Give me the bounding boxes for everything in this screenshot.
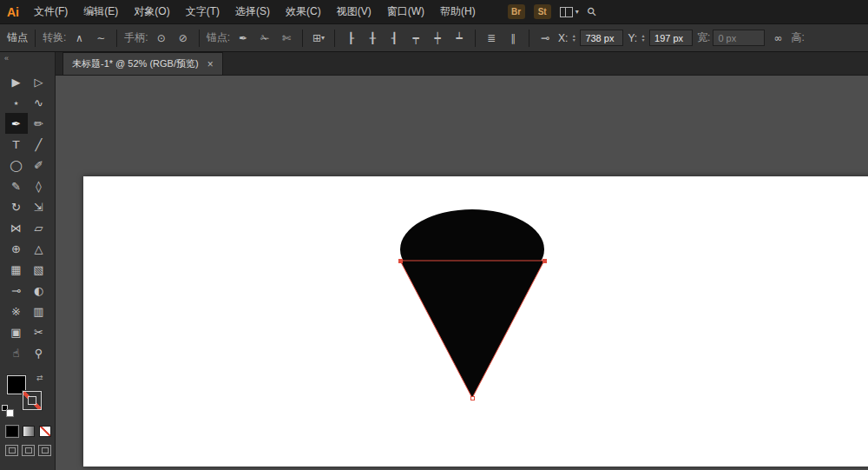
y-stepper[interactable]: ▴ ▾ (640, 34, 647, 43)
remove-anchor-icon[interactable]: ✒ (234, 30, 252, 47)
main-menu: 文件(F)编辑(E)对象(O)文字(T)选择(S)效果(C)视图(V)窗口(W)… (26, 0, 483, 23)
menu-item-view[interactable]: 视图(V) (329, 5, 379, 17)
menu-item-file[interactable]: 文件(F) (26, 5, 76, 17)
symbol-sprayer-tool[interactable]: ※ (5, 301, 28, 321)
shaper-tool[interactable]: ◊ (28, 175, 50, 196)
distribute-horizontal-icon[interactable]: ∥ (504, 30, 522, 47)
isolate-glyph: ⊞ (312, 32, 321, 44)
canvas[interactable] (56, 76, 868, 470)
x-label: X: (558, 32, 568, 44)
stock-icon[interactable]: St (534, 4, 551, 19)
blend-tool[interactable]: ◐ (28, 280, 50, 301)
y-label: Y: (628, 32, 637, 44)
none-button[interactable] (39, 426, 51, 437)
free-transform-tool[interactable]: ▱ (28, 217, 50, 238)
selection-tool[interactable]: ▶ (5, 71, 28, 92)
workspace-switcher[interactable]: ▾ (560, 7, 579, 17)
menu-item-type[interactable]: 文字(T) (178, 5, 227, 17)
menu-item-window[interactable]: 窗口(W) (379, 5, 432, 17)
link-dimensions-icon[interactable]: ∞ (769, 30, 786, 47)
pencil-tool[interactable]: ✎ (5, 175, 28, 196)
eyedropper-tool[interactable]: ⊸ (5, 280, 28, 301)
align-left-icon[interactable]: ┠ (342, 30, 359, 47)
align-to-selection-icon[interactable]: ⊸ (536, 30, 554, 47)
menu-item-object[interactable]: 对象(O) (126, 5, 177, 17)
handles-label: 手柄: (124, 30, 148, 45)
control-bar: 锚点 转换: ∧ ∼ 手柄: ⊙ ⊘ 锚点: ✒ ✁ ✄ ⊞▾ ┠ ╂ ┨ ┯ … (0, 23, 868, 52)
line-segment-tool[interactable]: ╱ (28, 134, 50, 155)
align-top-icon[interactable]: ┯ (407, 30, 424, 47)
zoom-tool[interactable]: ⚲ (28, 342, 50, 363)
shape-builder-tool[interactable]: ⊕ (5, 238, 28, 259)
x-stepper[interactable]: ▴ ▾ (570, 34, 577, 43)
document-tab[interactable]: 未标题-1* @ 52% (RGB/预览) × (62, 52, 223, 75)
separator (302, 30, 303, 47)
pen-tool[interactable]: ✒ (5, 113, 28, 134)
direct-selection-tool[interactable]: ▷ (28, 71, 50, 92)
tools-grid: ▶▷⋆∿✒✏T╱◯✐✎◊↻⇲⋈▱⊕△▦▧⊸◐※▥▣✂☝⚲ (0, 71, 55, 363)
separator (116, 30, 117, 47)
rotate-tool[interactable]: ↻ (5, 196, 28, 217)
menu-item-select[interactable]: 选择(S) (227, 5, 278, 17)
menu-item-edit[interactable]: 编辑(E) (76, 5, 126, 17)
show-handles-icon[interactable]: ⊙ (153, 30, 170, 47)
ellipse-tool[interactable]: ◯ (5, 155, 28, 175)
convert-corner-icon[interactable]: ∧ (70, 30, 88, 47)
search-icon[interactable]: ⚲ (584, 4, 599, 19)
anchor-point[interactable] (542, 259, 547, 263)
width-label: 宽: (697, 30, 710, 45)
separator (529, 30, 529, 47)
column-graph-tool[interactable]: ▥ (28, 301, 50, 321)
add-anchor-icon[interactable]: ✁ (256, 30, 273, 47)
separator (334, 30, 335, 47)
bridge-icon[interactable]: Br (508, 4, 525, 19)
type-tool[interactable]: T (5, 134, 28, 155)
x-input[interactable]: 738 px (580, 30, 623, 46)
width-tool[interactable]: ⋈ (5, 217, 28, 238)
scale-tool[interactable]: ⇲ (28, 196, 50, 217)
shape-triangle[interactable] (400, 261, 544, 398)
draw-normal-button[interactable] (5, 445, 18, 456)
hide-handles-icon[interactable]: ⊘ (174, 30, 192, 47)
fill-stroke-swatches: ⇄ (0, 374, 55, 417)
align-vcenter-icon[interactable]: ┿ (429, 30, 446, 47)
anchor-point[interactable] (470, 396, 475, 400)
align-bottom-icon[interactable]: ┷ (450, 30, 468, 47)
drawn-shape[interactable] (83, 176, 868, 467)
anchor-point[interactable] (398, 259, 403, 263)
close-icon[interactable]: × (207, 58, 214, 70)
y-input[interactable]: 197 px (649, 30, 693, 46)
perspective-grid-tool[interactable]: △ (28, 238, 50, 259)
hand-tool[interactable]: ☝ (5, 342, 28, 363)
default-fill-stroke-icon[interactable] (2, 405, 8, 411)
artboard[interactable] (83, 176, 868, 467)
align-hcenter-icon[interactable]: ╂ (364, 30, 381, 47)
menu-item-effect[interactable]: 效果(C) (278, 5, 329, 17)
collapse-panel-icon[interactable]: « (0, 52, 55, 66)
chevron-down-icon: ▾ (321, 34, 325, 42)
gradient-button[interactable] (23, 426, 35, 437)
curvature-tool[interactable]: ✏ (28, 113, 50, 134)
slice-tool[interactable]: ✂ (28, 321, 50, 342)
swap-fill-stroke-icon[interactable]: ⇄ (36, 374, 43, 382)
convert-smooth-icon[interactable]: ∼ (92, 30, 109, 47)
width-input[interactable]: 0 px (713, 30, 765, 46)
mesh-tool[interactable]: ▦ (5, 259, 28, 280)
paintbrush-tool[interactable]: ✐ (28, 155, 50, 175)
workspace: « ▶▷⋆∿✒✏T╱◯✐✎◊↻⇲⋈▱⊕△▦▧⊸◐※▥▣✂☝⚲ ⇄ 未标题-1* … (0, 52, 868, 470)
draw-behind-button[interactable] (22, 445, 35, 456)
stepper-down-icon: ▾ (570, 38, 577, 43)
color-button[interactable] (6, 426, 18, 437)
artboard-tool[interactable]: ▣ (5, 321, 28, 342)
cut-path-icon[interactable]: ✄ (278, 30, 295, 47)
magic-wand-tool[interactable]: ⋆ (5, 92, 28, 113)
stroke-swatch[interactable] (23, 391, 42, 410)
lasso-tool[interactable]: ∿ (28, 92, 50, 113)
align-right-icon[interactable]: ┨ (385, 30, 403, 47)
context-label: 锚点 (7, 30, 28, 45)
isolate-selection-icon[interactable]: ⊞▾ (310, 30, 327, 47)
menu-item-help[interactable]: 帮助(H) (432, 5, 483, 17)
distribute-vertical-icon[interactable]: ≣ (483, 30, 500, 47)
draw-inside-button[interactable] (38, 445, 51, 456)
gradient-tool[interactable]: ▧ (28, 259, 50, 280)
